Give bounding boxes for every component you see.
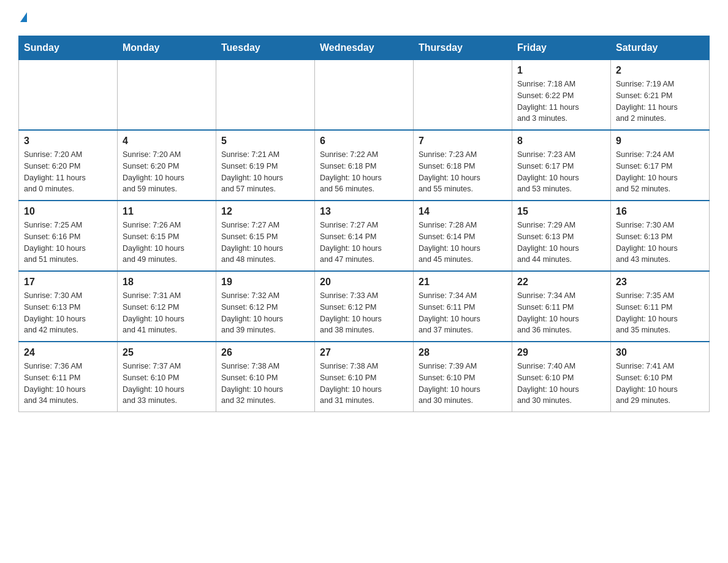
calendar-cell: 5Sunrise: 7:21 AMSunset: 6:19 PMDaylight…: [216, 130, 315, 201]
day-number: 26: [221, 347, 309, 358]
day-info: Sunrise: 7:23 AMSunset: 6:18 PMDaylight:…: [419, 149, 507, 195]
day-info: Sunrise: 7:24 AMSunset: 6:17 PMDaylight:…: [616, 149, 704, 195]
day-number: 14: [419, 206, 507, 217]
day-info: Sunrise: 7:23 AMSunset: 6:17 PMDaylight:…: [517, 149, 605, 195]
calendar-cell: 27Sunrise: 7:38 AMSunset: 6:10 PMDayligh…: [315, 342, 414, 412]
day-number: 19: [221, 277, 309, 288]
calendar-cell: 22Sunrise: 7:34 AMSunset: 6:11 PMDayligh…: [512, 271, 611, 342]
day-number: 4: [123, 136, 211, 147]
day-info: Sunrise: 7:19 AMSunset: 6:21 PMDaylight:…: [616, 79, 704, 124]
day-of-week-header: Friday: [512, 36, 611, 60]
calendar-cell: [19, 60, 118, 131]
calendar-cell: 21Sunrise: 7:34 AMSunset: 6:11 PMDayligh…: [414, 271, 512, 342]
day-number: 1: [517, 65, 605, 76]
day-number: 22: [517, 277, 605, 288]
calendar-cell: 28Sunrise: 7:39 AMSunset: 6:10 PMDayligh…: [414, 342, 512, 412]
day-of-week-header: Sunday: [19, 36, 118, 60]
calendar-table: SundayMondayTuesdayWednesdayThursdayFrid…: [18, 36, 710, 412]
calendar-cell: [414, 60, 512, 131]
day-of-week-header: Tuesday: [216, 36, 315, 60]
page-header: [18, 12, 710, 23]
calendar-cell: 1Sunrise: 7:18 AMSunset: 6:22 PMDaylight…: [512, 60, 611, 131]
day-info: Sunrise: 7:20 AMSunset: 6:20 PMDaylight:…: [123, 149, 211, 195]
day-info: Sunrise: 7:29 AMSunset: 6:13 PMDaylight:…: [517, 220, 605, 266]
day-number: 5: [221, 136, 309, 147]
day-number: 18: [123, 277, 211, 288]
calendar-cell: 6Sunrise: 7:22 AMSunset: 6:18 PMDaylight…: [315, 130, 414, 201]
calendar-week-row: 3Sunrise: 7:20 AMSunset: 6:20 PMDaylight…: [19, 130, 710, 201]
day-number: 6: [320, 136, 408, 147]
day-info: Sunrise: 7:30 AMSunset: 6:13 PMDaylight:…: [24, 290, 112, 336]
calendar-cell: [118, 60, 216, 131]
day-number: 7: [419, 136, 507, 147]
day-info: Sunrise: 7:34 AMSunset: 6:11 PMDaylight:…: [517, 290, 605, 336]
day-info: Sunrise: 7:20 AMSunset: 6:20 PMDaylight:…: [24, 149, 112, 195]
calendar-cell: 16Sunrise: 7:30 AMSunset: 6:13 PMDayligh…: [611, 201, 710, 271]
calendar-cell: 30Sunrise: 7:41 AMSunset: 6:10 PMDayligh…: [611, 342, 710, 412]
day-info: Sunrise: 7:32 AMSunset: 6:12 PMDaylight:…: [221, 290, 309, 336]
day-info: Sunrise: 7:18 AMSunset: 6:22 PMDaylight:…: [517, 79, 605, 124]
day-number: 17: [24, 277, 112, 288]
day-of-week-header: Wednesday: [315, 36, 414, 60]
day-info: Sunrise: 7:37 AMSunset: 6:10 PMDaylight:…: [123, 361, 211, 407]
day-number: 20: [320, 277, 408, 288]
calendar-cell: 18Sunrise: 7:31 AMSunset: 6:12 PMDayligh…: [118, 271, 216, 342]
calendar-cell: 14Sunrise: 7:28 AMSunset: 6:14 PMDayligh…: [414, 201, 512, 271]
logo-triangle-icon: [20, 12, 27, 22]
calendar-cell: 2Sunrise: 7:19 AMSunset: 6:21 PMDaylight…: [611, 60, 710, 131]
calendar-cell: 20Sunrise: 7:33 AMSunset: 6:12 PMDayligh…: [315, 271, 414, 342]
day-info: Sunrise: 7:26 AMSunset: 6:15 PMDaylight:…: [123, 220, 211, 266]
day-info: Sunrise: 7:25 AMSunset: 6:16 PMDaylight:…: [24, 220, 112, 266]
calendar-cell: 10Sunrise: 7:25 AMSunset: 6:16 PMDayligh…: [19, 201, 118, 271]
day-number: 24: [24, 347, 112, 358]
calendar-cell: 13Sunrise: 7:27 AMSunset: 6:14 PMDayligh…: [315, 201, 414, 271]
day-info: Sunrise: 7:40 AMSunset: 6:10 PMDaylight:…: [517, 361, 605, 407]
day-number: 23: [616, 277, 704, 288]
day-number: 9: [616, 136, 704, 147]
day-info: Sunrise: 7:33 AMSunset: 6:12 PMDaylight:…: [320, 290, 408, 336]
day-info: Sunrise: 7:28 AMSunset: 6:14 PMDaylight:…: [419, 220, 507, 266]
day-info: Sunrise: 7:27 AMSunset: 6:15 PMDaylight:…: [221, 220, 309, 266]
calendar-cell: [315, 60, 414, 131]
day-number: 2: [616, 65, 704, 76]
calendar-cell: 7Sunrise: 7:23 AMSunset: 6:18 PMDaylight…: [414, 130, 512, 201]
day-info: Sunrise: 7:38 AMSunset: 6:10 PMDaylight:…: [221, 361, 309, 407]
day-info: Sunrise: 7:41 AMSunset: 6:10 PMDaylight:…: [616, 361, 704, 407]
day-info: Sunrise: 7:38 AMSunset: 6:10 PMDaylight:…: [320, 361, 408, 407]
calendar-header-row: SundayMondayTuesdayWednesdayThursdayFrid…: [19, 36, 710, 60]
day-number: 25: [123, 347, 211, 358]
day-number: 11: [123, 206, 211, 217]
calendar-week-row: 17Sunrise: 7:30 AMSunset: 6:13 PMDayligh…: [19, 271, 710, 342]
calendar-cell: 19Sunrise: 7:32 AMSunset: 6:12 PMDayligh…: [216, 271, 315, 342]
calendar-week-row: 1Sunrise: 7:18 AMSunset: 6:22 PMDaylight…: [19, 60, 710, 131]
day-number: 15: [517, 206, 605, 217]
day-info: Sunrise: 7:22 AMSunset: 6:18 PMDaylight:…: [320, 149, 408, 195]
calendar-cell: 12Sunrise: 7:27 AMSunset: 6:15 PMDayligh…: [216, 201, 315, 271]
calendar-cell: 17Sunrise: 7:30 AMSunset: 6:13 PMDayligh…: [19, 271, 118, 342]
calendar-cell: 11Sunrise: 7:26 AMSunset: 6:15 PMDayligh…: [118, 201, 216, 271]
day-number: 29: [517, 347, 605, 358]
day-number: 21: [419, 277, 507, 288]
day-number: 13: [320, 206, 408, 217]
day-number: 12: [221, 206, 309, 217]
day-number: 16: [616, 206, 704, 217]
calendar-week-row: 10Sunrise: 7:25 AMSunset: 6:16 PMDayligh…: [19, 201, 710, 271]
calendar-week-row: 24Sunrise: 7:36 AMSunset: 6:11 PMDayligh…: [19, 342, 710, 412]
day-info: Sunrise: 7:39 AMSunset: 6:10 PMDaylight:…: [419, 361, 507, 407]
day-of-week-header: Saturday: [611, 36, 710, 60]
logo: [18, 12, 27, 23]
day-info: Sunrise: 7:34 AMSunset: 6:11 PMDaylight:…: [419, 290, 507, 336]
day-number: 3: [24, 136, 112, 147]
day-number: 8: [517, 136, 605, 147]
calendar-cell: 26Sunrise: 7:38 AMSunset: 6:10 PMDayligh…: [216, 342, 315, 412]
day-of-week-header: Monday: [118, 36, 216, 60]
calendar-cell: 3Sunrise: 7:20 AMSunset: 6:20 PMDaylight…: [19, 130, 118, 201]
day-info: Sunrise: 7:36 AMSunset: 6:11 PMDaylight:…: [24, 361, 112, 407]
calendar-cell: 29Sunrise: 7:40 AMSunset: 6:10 PMDayligh…: [512, 342, 611, 412]
calendar-cell: 4Sunrise: 7:20 AMSunset: 6:20 PMDaylight…: [118, 130, 216, 201]
calendar-cell: 23Sunrise: 7:35 AMSunset: 6:11 PMDayligh…: [611, 271, 710, 342]
calendar-cell: 9Sunrise: 7:24 AMSunset: 6:17 PMDaylight…: [611, 130, 710, 201]
calendar-cell: 24Sunrise: 7:36 AMSunset: 6:11 PMDayligh…: [19, 342, 118, 412]
calendar-cell: 8Sunrise: 7:23 AMSunset: 6:17 PMDaylight…: [512, 130, 611, 201]
day-info: Sunrise: 7:31 AMSunset: 6:12 PMDaylight:…: [123, 290, 211, 336]
